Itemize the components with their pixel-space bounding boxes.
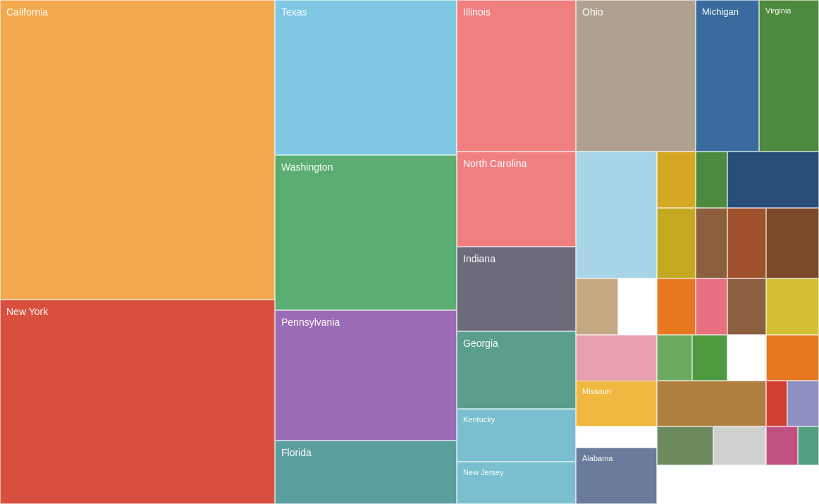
tile-label-virginia: Virginia bbox=[765, 6, 792, 16]
tile-small-brown bbox=[727, 278, 766, 335]
tile-ohio: Ohio bbox=[576, 0, 696, 152]
tile-small-various4 bbox=[766, 426, 798, 465]
tile-virginia: Virginia bbox=[759, 0, 819, 152]
tile-small-pink bbox=[696, 278, 727, 335]
tile-california: California bbox=[0, 0, 275, 300]
tile-label-illinois: Illinois bbox=[463, 6, 491, 18]
tile-brown2-mid bbox=[766, 208, 819, 278]
tile-illinois: Illinois bbox=[457, 0, 576, 152]
tile-dark-blue-mid bbox=[727, 152, 819, 208]
tile-small-various5 bbox=[798, 426, 819, 465]
tile-label-north-carolina: North Carolina bbox=[463, 158, 526, 170]
tile-small-yellow bbox=[766, 278, 819, 335]
tile-michigan: Michigan bbox=[696, 0, 759, 152]
tile-label-california: California bbox=[6, 6, 48, 18]
tile-sienna-mid bbox=[727, 208, 766, 278]
tile-missouri: Missouri bbox=[576, 381, 657, 426]
tile-texas: Texas bbox=[275, 0, 457, 155]
tile-label-missouri: Missouri bbox=[582, 387, 611, 396]
tile-florida: Florida bbox=[275, 441, 457, 504]
tile-orange2 bbox=[766, 335, 819, 381]
tile-yellow-mid2 bbox=[657, 208, 696, 278]
tile-small-green2 bbox=[692, 335, 727, 381]
tile-label-new-jersey: New Jersey bbox=[463, 468, 503, 477]
tile-label-washington: Washington bbox=[281, 161, 333, 173]
tile-small-various2 bbox=[657, 426, 713, 465]
tile-taupe-small bbox=[576, 278, 618, 335]
tile-new-jersey: New Jersey bbox=[457, 462, 576, 504]
tile-pennsylvania: Pennsylvania bbox=[275, 310, 457, 441]
tile-label-ohio: Ohio bbox=[582, 6, 603, 18]
tile-label-florida: Florida bbox=[281, 447, 312, 459]
tile-kentucky: Kentucky bbox=[457, 409, 576, 462]
tile-washington: Washington bbox=[275, 155, 457, 310]
tile-north-carolina: North Carolina bbox=[457, 152, 576, 247]
tile-label-michigan: Michigan bbox=[702, 6, 739, 18]
tile-georgia: Georgia bbox=[457, 331, 576, 409]
tile-alabama: Alabama bbox=[576, 448, 657, 504]
tile-new-york: New York bbox=[0, 300, 275, 504]
tile-brown-mid bbox=[696, 208, 727, 278]
tile-label-new-york: New York bbox=[6, 306, 48, 318]
tile-indiana: Indiana bbox=[457, 247, 576, 331]
tile-small-orange bbox=[657, 278, 696, 335]
tile-light-blue-mid bbox=[576, 152, 657, 278]
tile-label-indiana: Indiana bbox=[463, 253, 495, 265]
tile-small-various3 bbox=[713, 426, 766, 465]
tile-label-pennsylvania: Pennsylvania bbox=[281, 316, 340, 328]
tile-small-various bbox=[657, 381, 766, 426]
tile-label-georgia: Georgia bbox=[463, 338, 498, 350]
tile-label-texas: Texas bbox=[281, 6, 307, 18]
tile-small-various6 bbox=[766, 381, 787, 426]
tile-yellow-top bbox=[657, 152, 696, 208]
tile-green-mid bbox=[696, 152, 727, 208]
tile-small-group bbox=[657, 335, 692, 381]
tile-label-kentucky: Kentucky bbox=[463, 415, 495, 424]
tile-small-various7 bbox=[787, 381, 819, 426]
treemap-chart: CaliforniaNew YorkTexasWashingtonPennsyl… bbox=[0, 0, 819, 504]
tile-label-alabama: Alabama bbox=[582, 454, 612, 463]
